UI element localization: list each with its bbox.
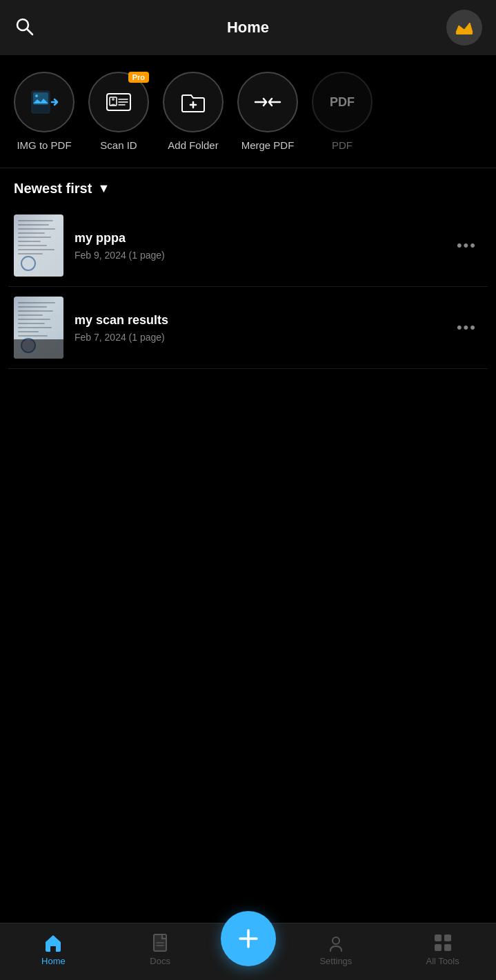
nav-all-tools[interactable]: All Tools xyxy=(389,932,496,966)
doc-info-2: my scan results Feb 7, 2024 (1 page) xyxy=(75,313,440,343)
nav-settings-label: Settings xyxy=(319,956,352,966)
home-icon xyxy=(43,932,63,953)
doc-thumbnail-2 xyxy=(14,297,63,359)
search-button[interactable] xyxy=(14,16,34,39)
all-tools-icon xyxy=(433,932,453,953)
sort-row[interactable]: Newest first ▼ xyxy=(0,168,496,205)
svg-point-5 xyxy=(35,94,38,97)
premium-button[interactable] xyxy=(446,10,482,46)
tool-merge-pdf[interactable]: Merge PDF xyxy=(237,72,298,151)
tool-img-to-pdf-label: IMG to PDF xyxy=(17,139,71,151)
doc-thumbnail-1 xyxy=(14,214,63,277)
fab-button[interactable] xyxy=(221,911,276,966)
svg-rect-2 xyxy=(456,32,473,34)
doc-name-1: my pppa xyxy=(75,231,440,246)
nav-docs[interactable]: Docs xyxy=(107,932,214,966)
svg-rect-25 xyxy=(435,944,442,951)
document-list: my pppa Feb 9, 2024 (1 page) ••• xyxy=(0,205,496,369)
chevron-down-icon: ▼ xyxy=(97,181,110,196)
nav-home-label: Home xyxy=(41,956,66,966)
tools-row: IMG to PDF Pro Scan ID xyxy=(0,55,496,168)
tool-merge-pdf-label: Merge PDF xyxy=(241,139,295,151)
nav-all-tools-label: All Tools xyxy=(426,956,459,966)
tool-pdf-label: PDF xyxy=(332,139,353,151)
docs-icon xyxy=(150,932,170,953)
doc-meta-1: Feb 9, 2024 (1 page) xyxy=(75,250,440,261)
tool-add-folder[interactable]: Add Folder xyxy=(163,72,224,151)
list-item[interactable]: my scan results Feb 7, 2024 (1 page) ••• xyxy=(8,287,488,369)
doc-name-2: my scan results xyxy=(75,313,440,328)
svg-rect-24 xyxy=(444,934,451,941)
tool-img-to-pdf-circle xyxy=(14,72,75,132)
pro-badge: Pro xyxy=(128,72,149,83)
doc-meta-2: Feb 7, 2024 (1 page) xyxy=(75,332,440,343)
plus-icon xyxy=(236,926,261,951)
nav-settings[interactable]: Settings xyxy=(283,932,390,966)
doc-more-button-1[interactable]: ••• xyxy=(451,231,482,260)
tool-merge-pdf-circle xyxy=(237,72,298,132)
tool-scan-id-circle: Pro xyxy=(88,72,149,132)
svg-point-9 xyxy=(112,98,115,101)
page-title: Home xyxy=(227,19,269,37)
tool-add-folder-label: Add Folder xyxy=(168,139,218,151)
doc-info-1: my pppa Feb 9, 2024 (1 page) xyxy=(75,231,440,261)
tool-img-to-pdf[interactable]: IMG to PDF xyxy=(14,72,75,151)
svg-rect-26 xyxy=(444,944,451,951)
bottom-navigation: Home Docs Settings xyxy=(0,923,496,980)
settings-icon xyxy=(326,932,346,953)
nav-docs-label: Docs xyxy=(150,956,170,966)
tool-pdf-extra[interactable]: PDF PDF xyxy=(312,72,373,151)
svg-point-22 xyxy=(333,937,339,944)
doc-more-button-2[interactable]: ••• xyxy=(451,313,482,342)
svg-line-1 xyxy=(27,29,32,34)
svg-rect-23 xyxy=(435,934,442,941)
tool-pdf-circle: PDF xyxy=(312,72,373,132)
tool-add-folder-circle xyxy=(163,72,224,132)
nav-home[interactable]: Home xyxy=(0,932,107,966)
header: Home xyxy=(0,0,496,55)
tool-scan-id-label: Scan ID xyxy=(100,139,137,151)
tool-scan-id[interactable]: Pro Scan ID xyxy=(88,72,149,151)
nav-fab-container xyxy=(214,932,283,966)
sort-label: Newest first xyxy=(14,181,92,197)
list-item[interactable]: my pppa Feb 9, 2024 (1 page) ••• xyxy=(8,205,488,287)
